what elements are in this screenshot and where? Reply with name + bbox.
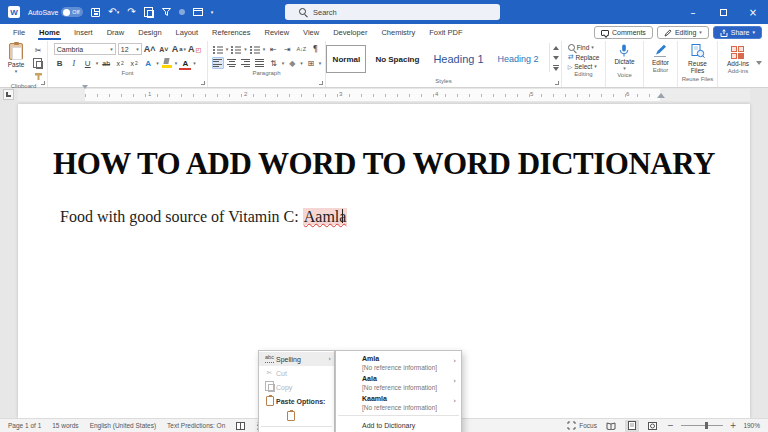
sort-button[interactable]: A↓Z (295, 43, 307, 55)
copy-button[interactable] (32, 57, 44, 69)
paragraph-dialog-launcher[interactable] (319, 81, 323, 85)
select-button[interactable]: ▷Select▾ (568, 63, 600, 70)
read-mode-button[interactable] (604, 420, 618, 432)
redo-button[interactable]: ↷ (127, 7, 135, 17)
add-ins-button[interactable]: Add-ins (727, 43, 749, 67)
justify-button[interactable] (254, 57, 266, 69)
bullets-button[interactable] (212, 43, 224, 55)
style-no-spacing[interactable]: No Spacing (370, 45, 424, 73)
zoom-slider[interactable] (681, 425, 723, 426)
font-dialog-launcher[interactable] (201, 81, 205, 85)
subscript-button[interactable]: x2 (114, 57, 126, 69)
editor-button[interactable]: Editor (652, 43, 669, 66)
tab-foxit-pdf[interactable]: Foxit PDF (422, 24, 469, 41)
cut-button[interactable]: ✂ (32, 44, 44, 56)
bold-button[interactable]: B (54, 57, 66, 69)
tab-design[interactable]: Design (131, 24, 168, 41)
suggestion-amla[interactable]: Amla [No reference information] › (336, 353, 461, 373)
tab-developer[interactable]: Developer (326, 24, 374, 41)
zoom-in-button[interactable]: + (730, 421, 737, 430)
dictate-button[interactable]: Dictate ▾ (614, 43, 634, 71)
italic-button[interactable]: I (68, 57, 80, 69)
right-indent-marker[interactable] (657, 93, 665, 98)
show-formatting-button[interactable]: ¶ (309, 43, 321, 55)
grow-font-button[interactable]: A˄ (144, 43, 156, 55)
zoom-slider-thumb[interactable] (705, 422, 708, 429)
line-spacing-button[interactable]: ⇅ (268, 57, 280, 69)
shading-button[interactable]: ◆ (286, 57, 298, 69)
menu-item-add-to-dictionary[interactable]: Add to Dictionary (336, 418, 461, 432)
language-indicator[interactable]: English (United States) (90, 422, 156, 429)
style-heading-2[interactable]: Heading 2 (493, 45, 544, 73)
style-heading-1[interactable]: Heading 1 (428, 45, 488, 73)
side-to-side-button[interactable] (144, 7, 154, 18)
tab-review[interactable]: Review (257, 24, 296, 41)
tab-stop-selector[interactable] (3, 89, 14, 100)
left-indent-marker[interactable] (82, 89, 89, 101)
increase-indent-button[interactable]: ⇥ (281, 43, 293, 55)
tab-references[interactable]: References (205, 24, 257, 41)
tab-view[interactable]: View (296, 24, 326, 41)
comments-button[interactable]: Comments (594, 26, 653, 39)
superscript-button[interactable]: x2 (128, 57, 140, 69)
horizontal-ruler[interactable]: 1 2 3 4 5 6 (18, 89, 750, 101)
clipboard-dialog-launcher[interactable] (41, 81, 45, 85)
paste-button[interactable]: Paste ▾ (3, 43, 29, 74)
maximize-button[interactable] (708, 0, 738, 24)
tab-insert[interactable]: Insert (67, 24, 100, 41)
macro-indicator[interactable] (179, 9, 185, 15)
text-effects-button[interactable]: A (142, 57, 154, 69)
misspelled-word[interactable]: Aamla (303, 208, 348, 225)
tab-home[interactable]: Home (32, 24, 67, 41)
styles-gallery-more-button[interactable] (552, 63, 561, 72)
underline-button[interactable]: U (82, 57, 94, 69)
word-count[interactable]: 15 words (52, 422, 78, 429)
autosave-toggle[interactable]: AutoSave Off (28, 7, 83, 17)
share-button[interactable]: Share▾ (713, 26, 762, 39)
shrink-font-button[interactable]: A˅ (158, 43, 170, 55)
minimize-button[interactable]: – (678, 0, 708, 24)
decrease-indent-button[interactable]: ⇤ (267, 43, 279, 55)
zoom-out-button[interactable]: − (667, 421, 674, 430)
proofing-status-button[interactable] (236, 422, 245, 430)
tab-draw[interactable]: Draw (100, 24, 132, 41)
styles-scroll-up-button[interactable] (552, 43, 561, 52)
font-family-select[interactable]: Cambria▾ (54, 43, 116, 55)
highlight-button[interactable] (161, 57, 173, 69)
editing-mode-button[interactable]: Editing▾ (657, 26, 709, 39)
find-button[interactable]: Find▾ (568, 44, 600, 51)
word-app-icon[interactable]: W (8, 6, 20, 18)
tab-layout[interactable]: Layout (169, 24, 206, 41)
menu-item-spelling[interactable]: abc Spelling› (259, 352, 334, 366)
clear-formatting-button[interactable]: A◰ (188, 43, 201, 55)
styles-scroll-down-button[interactable] (552, 53, 561, 62)
style-inspector-button[interactable] (193, 8, 203, 16)
page-indicator[interactable]: Page 1 of 1 (8, 422, 41, 429)
suggestion-kaamla[interactable]: Kaamla [No reference information] › (336, 393, 461, 413)
align-left-button[interactable] (212, 57, 224, 69)
multilevel-list-button[interactable] (249, 43, 261, 55)
focus-mode-button[interactable]: Focus (567, 421, 597, 430)
zoom-level[interactable]: 190% (743, 422, 760, 429)
align-right-button[interactable] (240, 57, 252, 69)
autosave-switch[interactable]: Off (61, 7, 83, 17)
tab-file[interactable]: File (6, 24, 32, 41)
change-case-button[interactable]: Aa▾ (172, 43, 186, 55)
close-button[interactable]: × (738, 0, 768, 24)
filter-button[interactable] (162, 8, 171, 16)
borders-button[interactable]: ⊞ (305, 57, 317, 69)
menu-item-cut[interactable]: ✂Cut (259, 366, 334, 380)
replace-button[interactable]: ⇄Replace (568, 53, 600, 61)
undo-button[interactable]: ↶▾ (108, 7, 119, 17)
style-normal[interactable]: Normal (326, 45, 366, 73)
paste-keep-text-only-button[interactable] (259, 408, 334, 424)
customize-qat-button[interactable]: ▾ (211, 10, 214, 15)
strikethrough-button[interactable]: ab (100, 57, 112, 69)
font-size-select[interactable]: 12▾ (118, 43, 142, 55)
print-layout-button[interactable] (625, 420, 639, 432)
align-center-button[interactable] (226, 57, 238, 69)
menu-item-copy[interactable]: Copy (259, 380, 334, 394)
collapse-ribbon-button[interactable] (756, 65, 762, 83)
text-predictions-indicator[interactable]: Text Predictions: On (167, 422, 225, 429)
numbering-button[interactable] (230, 43, 242, 55)
